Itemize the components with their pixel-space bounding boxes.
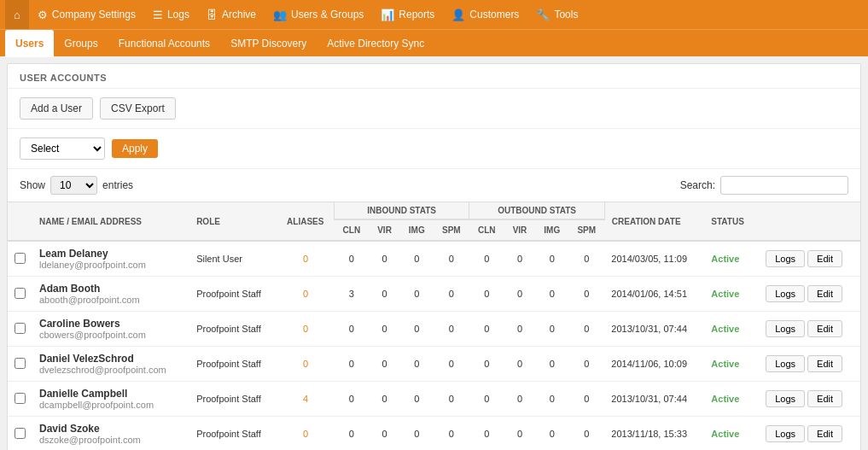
nav-customers[interactable]: 👤 Customers [443,0,527,29]
logs-button[interactable]: Logs [766,320,805,337]
edit-button[interactable]: Edit [807,355,842,372]
status-badge: Active [704,347,756,382]
user-aliases: 0 [277,312,335,347]
out-vir: 0 [504,241,536,277]
subnav-smtp-discovery[interactable]: SMTP Discovery [220,30,317,57]
row-checkbox[interactable] [15,253,26,264]
out-img: 0 [535,241,568,277]
user-role: Proofpoint Staff [189,277,277,312]
logs-button[interactable]: Logs [766,285,805,302]
logs-button[interactable]: Logs [766,390,805,407]
logs-button[interactable]: Logs [766,425,805,442]
apply-button[interactable]: Apply [112,139,158,158]
logs-button[interactable]: Logs [766,250,805,267]
subnav-groups[interactable]: Groups [54,30,108,57]
out-img-header: IMG [535,219,568,241]
user-aliases: 0 [277,241,335,277]
in-spm: 0 [434,241,469,277]
edit-button[interactable]: Edit [807,390,842,407]
table-row: Daniel VelezSchrod dvelezschrod@proofpoi… [8,347,860,382]
out-vir-header: VIR [504,219,536,241]
status-header: STATUS [704,202,756,242]
in-img: 0 [400,347,434,382]
out-img: 0 [535,347,568,382]
subnav-users[interactable]: Users [5,30,54,57]
user-role: Proofpoint Staff [189,382,277,417]
user-name: David Szoke [39,423,183,435]
row-checkbox-cell [8,241,32,277]
edit-button[interactable]: Edit [807,285,842,302]
nav-tools[interactable]: 🔧 Tools [527,0,586,29]
logs-button[interactable]: Logs [766,355,805,372]
user-name: Adam Booth [39,283,183,295]
row-checkbox[interactable] [15,358,26,369]
out-spm: 0 [568,417,604,451]
user-name: Danielle Campbell [39,388,183,400]
in-spm: 0 [434,277,469,312]
nav-logs[interactable]: ☰ Logs [144,0,198,29]
edit-button[interactable]: Edit [807,250,842,267]
add-user-button[interactable]: Add a User [20,97,93,120]
user-role: Proofpoint Staff [189,347,277,382]
row-checkbox[interactable] [15,323,26,334]
out-vir: 0 [504,347,536,382]
out-cln: 0 [469,241,504,277]
table-controls: Show 10 25 50 100 entries Search: [8,169,860,202]
in-img: 0 [400,241,434,277]
in-img: 0 [400,312,434,347]
bulk-action-select[interactable]: Select Enable Disable Delete [20,137,105,160]
subnav-functional-accounts[interactable]: Functional Accounts [108,30,220,57]
section-title: USER ACCOUNTS [8,64,860,89]
in-img: 0 [400,417,434,451]
csv-export-button[interactable]: CSV Export [100,97,176,120]
sub-nav: Users Groups Functional Accounts SMTP Di… [0,29,868,56]
users-table: NAME / EMAIL ADDRESS ROLE ALIASES INBOUN… [8,202,860,450]
users-icon: 👥 [273,9,287,21]
nav-users-groups[interactable]: 👥 Users & Groups [265,0,372,29]
out-cln: 0 [469,277,504,312]
row-checkbox[interactable] [15,288,26,299]
user-email: cbowers@proofpoint.com [39,330,183,340]
row-actions: LogsEdit [756,312,860,347]
in-cln: 0 [334,312,369,347]
user-email: abooth@proofpoint.com [39,295,183,305]
creation-date-header: CREATION DATE [604,202,704,242]
table-row: Caroline Bowers cbowers@proofpoint.com P… [8,312,860,347]
nav-home[interactable]: ⌂ [5,0,29,29]
outbound-header: OUTBOUND STATS [469,202,604,220]
user-email: ldelaney@proofpoint.com [39,260,183,270]
row-checkbox[interactable] [15,393,26,404]
user-role: Proofpoint Staff [189,417,277,451]
creation-date: 2014/01/06, 14:51 [604,277,704,312]
out-vir: 0 [504,312,536,347]
in-spm: 0 [434,417,469,451]
user-name-cell: Adam Booth abooth@proofpoint.com [32,277,189,312]
archive-icon: 🗄 [207,9,218,21]
out-spm: 0 [568,241,604,277]
nav-reports[interactable]: 📊 Reports [372,0,443,29]
subnav-active-directory-sync[interactable]: Active Directory Sync [317,30,434,57]
user-aliases: 0 [277,277,335,312]
out-cln: 0 [469,312,504,347]
in-cln: 0 [334,417,369,451]
row-checkbox[interactable] [15,428,26,439]
in-cln: 0 [334,382,369,417]
row-actions: LogsEdit [756,347,860,382]
in-spm-header: SPM [434,219,469,241]
in-cln: 0 [334,347,369,382]
in-vir: 0 [369,417,400,451]
nav-archive[interactable]: 🗄 Archive [198,0,265,29]
filter-row: Select Enable Disable Delete Apply [8,129,860,169]
nav-company-settings[interactable]: ⚙ Company Settings [29,0,144,29]
edit-button[interactable]: Edit [807,425,842,442]
edit-button[interactable]: Edit [807,320,842,337]
out-spm: 0 [568,277,604,312]
user-name-cell: David Szoke dszoke@proofpoint.com [32,417,189,451]
entries-select[interactable]: 10 25 50 100 [50,176,97,195]
in-vir: 0 [369,382,400,417]
search-input[interactable] [720,176,848,195]
status-badge: Active [704,312,756,347]
out-cln: 0 [469,382,504,417]
table-row: Adam Booth abooth@proofpoint.com Proofpo… [8,277,860,312]
reports-icon: 📊 [381,9,394,21]
